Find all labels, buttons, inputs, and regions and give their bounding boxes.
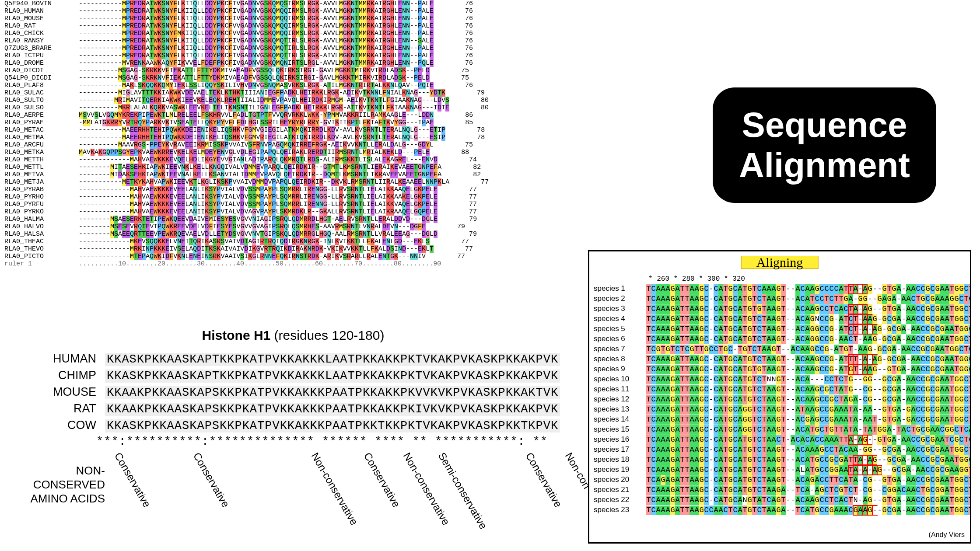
row-seq: --------MSESEVRQTEVIPQWKREEVDELVDFIESYES…	[79, 223, 426, 230]
dna-row-seq: TCAAAGATTAAGC-CATGCATGTCTAAGT--ACAAAGCCT…	[646, 446, 971, 454]
row-pos: 76	[434, 0, 473, 7]
dna-row-seq: TCAAAGATTAAGC-CATGCAGGTCTAAGT--ACGAGCCGA…	[646, 415, 971, 424]
alignment-row: RLA0_RAT-----------MPREDRATWKSNYFLKIIQLL…	[4, 22, 569, 30]
histone-row-label: CHIMP	[9, 367, 105, 383]
dna-row-label: species 22	[594, 495, 646, 505]
row-label: RLA0_PYRKO	[4, 208, 79, 216]
row-seq: ----------MKRLALALKQRKVASWKLEEVKELTELIKN…	[79, 104, 449, 112]
alignment-row: RLA0_AERPEMSVVSLVGQMYKREKPIPEWKTLMLRELEE…	[4, 112, 569, 119]
row-pos: 77	[438, 186, 477, 193]
row-pos: 77	[438, 208, 477, 216]
dna-ruler: * 260 * 280 * 300 * 320	[648, 274, 745, 284]
dna-row-label: species 8	[594, 354, 646, 364]
row-seq: --------MSAESERKTETIPEWKQEEVDAIVEMIESYES…	[79, 216, 438, 223]
row-seq: -----------MPREDRATWKSNYFLKIIQLLDDYPKCFI…	[79, 0, 434, 7]
row-pos: 78	[445, 126, 485, 134]
row-pos: 76	[434, 22, 473, 30]
row-pos: 76	[434, 82, 473, 89]
dna-row-label: species 20	[594, 475, 646, 485]
row-pos: 76	[434, 59, 473, 67]
row-pos: 82	[441, 171, 481, 178]
row-pos: 77	[426, 253, 465, 260]
histone-title: Histone H1 (residues 120-180)	[9, 328, 578, 343]
dna-row-seq: TCAAAGATTAAGC-CATGCATGTCTAAGT--ACATGCCGC…	[646, 456, 971, 464]
row-pos: 76	[434, 52, 473, 59]
dna-row-seq: TCAAAGATTAAGC-CATGCATGTCTAAGT--ACAAGCCGC…	[646, 395, 971, 404]
row-label: RLA0_METTH	[4, 156, 79, 164]
row-pos: 79	[445, 89, 485, 97]
row-seq: -------------MRKINPKKKEIVSELAQDITKSKAIVA…	[79, 245, 434, 253]
dna-row: species 8TCAAAGATTAAGC-CATGCATGTCTAAGT--…	[594, 354, 967, 364]
alignment-row: RLA0_RANSY-----------MPREDRATWKSNYFLKIIQ…	[4, 37, 569, 45]
dna-header: Aligning	[741, 256, 819, 269]
row-pos: 75	[434, 141, 473, 149]
row-seq: ----------MSGAG-SKRKKVFIEKATTLFTTYDKMIVA…	[79, 67, 430, 74]
row-pos: 77	[438, 193, 477, 201]
row-pos: 79	[426, 223, 465, 230]
alignment-row: RLA0_PYRKO-------------MAHVAEWKKKEVEELAN…	[4, 208, 569, 216]
angle-label: Conservative	[112, 450, 153, 509]
dna-row-seq: TCAAAGATTAAGCCAACTCATGTCTAAGA--TCATGCCGA…	[646, 506, 971, 514]
row-label: RLA0_HALSA	[4, 230, 79, 238]
row-label: RLA0_SULAC	[4, 89, 79, 97]
row-seq: --------MSAEEQRTTEEVPEWKRQEVAELVDLLETYDS…	[79, 230, 438, 238]
row-label: RLA0_PLAF8	[4, 82, 79, 89]
title-line-2: Alignment	[739, 145, 910, 185]
dna-row: species 23TCAAAGATTAAGCCAACTCATGTCTAAGA-…	[594, 505, 967, 515]
row-seq: -------------MAHVAEWKKKEVEELANLIKSYPVIAL…	[79, 186, 438, 193]
histone-row-label: MOUSE	[9, 384, 105, 400]
dna-row: species 3TCAAAGATTAAGC-CATGCATGTGTAAGT--…	[594, 304, 967, 314]
credit: (Andy Viers	[929, 530, 965, 540]
alignment-row: RLA0_PYRFU-------------MAHVAEWKKKEVEELAN…	[4, 201, 569, 208]
alignment-row: RLA0_HALSA--------MSAEEQRTTEEVPEWKRQEVAE…	[4, 230, 569, 238]
row-pos: 76	[434, 7, 473, 15]
row-seq: -----------MPREDRATWKSNYFLKIIQLLDDYPKCFI…	[79, 52, 434, 59]
dna-row-label: species 1	[594, 284, 646, 293]
dna-row-seq: TCAAAGATTAAGC-CATGCATGTCTAAGT--ACAAGCCG-…	[646, 355, 971, 363]
dna-row-label: species 17	[594, 445, 646, 454]
row-seq: --------MITAESEHKIAPWKIEEVNKLKELLKNGQIVA…	[79, 164, 441, 171]
dna-row-seq: TCAAAGATTAAGC-CATGCATGTCTAAGT--ACAGNCCG-…	[646, 315, 971, 323]
dna-row: species 12TCAAAGATTAAGC-CATGCATGTCTAAGT-…	[594, 394, 967, 405]
row-label: RLA0_RANSY	[4, 37, 79, 45]
alignment-row: RLA0_PICTO-------------MTEPAQWKIDFVKNLEN…	[4, 253, 569, 260]
row-label: RLA0_METTL	[4, 164, 79, 171]
alignment-row: RLA0_METJA-----------METKYKAHVAPWKIEEVKT…	[4, 178, 569, 186]
dna-rows: species 1TCAAAGATTAAGC-CATGCATGTCAAAGT--…	[594, 284, 967, 515]
alignment-row: RLA0_METAC-----------MAEERHHTEHIPQWKKDEI…	[4, 126, 569, 134]
row-label: RLA0_DROME	[4, 59, 79, 67]
title-badge: Sequence Alignment	[713, 87, 936, 203]
row-pos: 85	[434, 119, 473, 126]
histone-row-label: COW	[9, 417, 105, 433]
dna-row-seq: TCAAAGATTAAGC-CATGCATGTCTAAGT--ACAGGCCG-…	[646, 325, 971, 333]
row-seq: ---------MRIMAVITQERKIAKWKIEEVKELEQKLREH…	[79, 97, 449, 104]
histone-row-label: HUMAN	[9, 351, 105, 366]
dna-row-label: species 2	[594, 294, 646, 303]
histone-row-seq: KKASKPKKAASKAPTKKPKATPVKKAKKKLAATPKKAKKP…	[105, 353, 560, 366]
alignment-row: RLA0_SULTO---------MRIMAVITQERKIAKWKIEEV…	[4, 97, 569, 104]
row-label: Q7ZUG3_BRARE	[4, 45, 79, 52]
alignment-row: RLA0_METTL--------MITAESEHKIAPWKIEEVNKLK…	[4, 164, 569, 171]
row-pos: 86	[434, 112, 473, 119]
dna-row: species 14TCAAAGATTAAGC-CATGCAGGTCTAAGT-…	[594, 415, 967, 425]
row-seq: -----------MPREDRATWKSNYFLKIIQLLDDYPKCFI…	[79, 15, 434, 22]
dna-row-seq: TCAAAGATTAAGC-CATGCANGTATCAGT--ACAAGCCTC…	[646, 496, 971, 504]
row-pos: 76	[434, 30, 473, 37]
row-label: RLA0_PYRFU	[4, 201, 79, 208]
angle-label: Non-conservative	[309, 450, 360, 527]
row-seq: -----------MVRENKAAWKAQYFIKVVELFDEFPKCFI…	[79, 59, 434, 67]
alignment-row: RLA0_PYRAE-MMLAIGKRRYVRTRQYPARKVKIVSEATE…	[4, 119, 569, 126]
row-seq: -----------MAEERHHTEHIPQWKKDEIENIKELIQSH…	[79, 126, 445, 134]
dna-row: species 11TCAAAGATTAAGC-CATGCATGTCTAAGT-…	[594, 384, 967, 394]
dna-row-label: species 7	[594, 344, 646, 354]
dna-row: species 9TCAAAGATTAAGC-CATGCATGTGTAAGT--…	[594, 364, 967, 374]
dna-row: species 7TCGTGTCTCGTTGCCTGC-TGTCTAAGT--A…	[594, 344, 967, 354]
alignment-row: RLA0_SULSO----------MKRLALALKQRKVASWKLEE…	[4, 104, 569, 112]
histone-rows: HUMANKKASKPKKAASKAPTKKPKATPVKKAKKKLAATPK…	[9, 351, 578, 434]
dna-row: species 16TCAAAGATTAAGC-CATGCATGTCTAACT-…	[594, 435, 967, 445]
row-label: RLA0_METJA	[4, 178, 79, 186]
row-pos: 79	[438, 230, 477, 238]
row-seq: -----------MPREDRATWKSNYFMKIIQLLDDYPKCFV…	[79, 30, 434, 37]
angle-label: Conservative	[361, 450, 402, 509]
dna-row: species 4TCAAAGATTAAGC-CATGCATGTCTAAGT--…	[594, 314, 967, 324]
